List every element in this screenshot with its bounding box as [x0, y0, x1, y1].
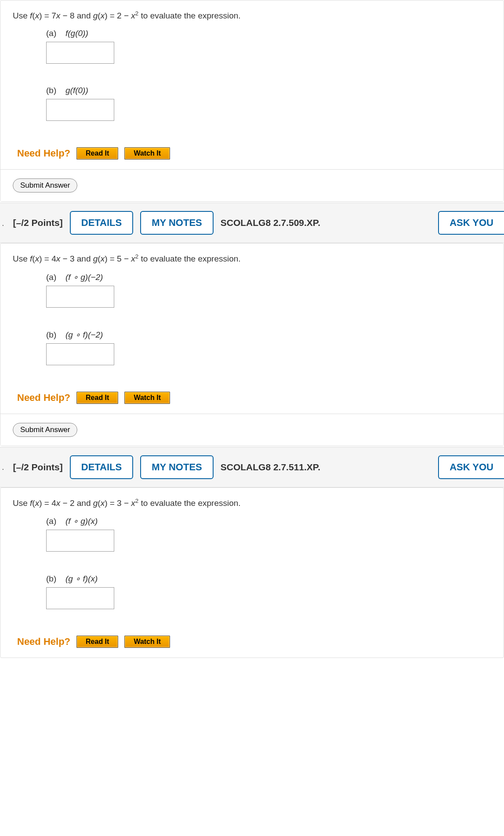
part-label: (b)	[46, 330, 65, 340]
need-help-row: Need Help?Read ItWatch It	[13, 631, 491, 653]
points-label: [–/2 Points]	[13, 218, 63, 228]
answer-input[interactable]	[46, 530, 114, 552]
question-header: .[–/2 Points]DETAILSMY NOTESSCOLALG8 2.7…	[0, 447, 504, 487]
part-expression: f(g(0))	[65, 29, 88, 38]
read-it-button[interactable]: Read It	[76, 147, 118, 160]
question-box: Use f(x) = 4x − 3 and g(x) = 5 − x2 to e…	[0, 243, 504, 446]
question-prompt: Use f(x) = 4x − 3 and g(x) = 5 − x2 to e…	[13, 253, 491, 264]
need-help-label: Need Help?	[17, 636, 70, 647]
points-label: [–/2 Points]	[13, 462, 63, 473]
watch-it-button[interactable]: Watch It	[124, 636, 170, 648]
answer-input[interactable]	[46, 587, 114, 609]
question-prompt: Use f(x) = 7x − 8 and g(x) = 2 − x2 to e…	[13, 10, 491, 21]
answer-input[interactable]	[46, 99, 114, 121]
need-help-row: Need Help?Read ItWatch It	[13, 387, 491, 409]
part-label: (a)	[46, 29, 65, 38]
part-expression: (g ∘ f)(x)	[65, 574, 98, 583]
read-it-button[interactable]: Read It	[76, 636, 118, 648]
need-help-label: Need Help?	[17, 392, 70, 403]
details-button[interactable]: DETAILS	[70, 455, 133, 479]
ask-teacher-button[interactable]: ASK YOU	[438, 455, 504, 479]
question-header: .[–/2 Points]DETAILSMY NOTESSCOLALG8 2.7…	[0, 203, 504, 243]
watch-it-button[interactable]: Watch It	[124, 147, 170, 160]
answer-input[interactable]	[46, 343, 114, 365]
part-expression: (f ∘ g)(−2)	[65, 273, 103, 282]
part-expression: (g ∘ f)(−2)	[65, 330, 103, 339]
question-part: (b)(g ∘ f)(x)	[46, 574, 491, 609]
submit-answer-button[interactable]: Submit Answer	[13, 423, 77, 437]
ask-teacher-button[interactable]: ASK YOU	[438, 211, 504, 235]
question-part: (b)g(f(0))	[46, 86, 491, 121]
submit-row: Submit Answer	[0, 414, 504, 446]
question-reference: SCOLALG8 2.7.509.XP.	[221, 218, 320, 228]
part-label: (a)	[46, 273, 65, 282]
part-label: (b)	[46, 86, 65, 95]
question-box: Use f(x) = 4x − 2 and g(x) = 3 − x2 to e…	[0, 487, 504, 658]
submit-answer-button[interactable]: Submit Answer	[13, 178, 77, 193]
part-label: (a)	[46, 516, 65, 526]
part-expression: g(f(0))	[65, 86, 88, 95]
my-notes-button[interactable]: MY NOTES	[140, 211, 214, 235]
answer-input[interactable]	[46, 42, 114, 64]
part-label: (b)	[46, 574, 65, 584]
read-it-button[interactable]: Read It	[76, 392, 118, 404]
question-part: (a)(f ∘ g)(x)	[46, 516, 491, 552]
question-part: (b)(g ∘ f)(−2)	[46, 330, 491, 365]
bullet-icon: .	[2, 218, 4, 228]
question-reference: SCOLALG8 2.7.511.XP.	[221, 462, 320, 473]
question-part: (a)f(g(0))	[46, 29, 491, 64]
bullet-icon: .	[2, 462, 4, 472]
part-expression: (f ∘ g)(x)	[65, 516, 98, 526]
details-button[interactable]: DETAILS	[70, 211, 133, 235]
need-help-label: Need Help?	[17, 148, 70, 159]
submit-row: Submit Answer	[0, 169, 504, 201]
watch-it-button[interactable]: Watch It	[124, 392, 170, 404]
question-prompt: Use f(x) = 4x − 2 and g(x) = 3 − x2 to e…	[13, 498, 491, 508]
question-part: (a)(f ∘ g)(−2)	[46, 272, 491, 308]
need-help-row: Need Help?Read ItWatch It	[13, 143, 491, 165]
question-box: Use f(x) = 7x − 8 and g(x) = 2 − x2 to e…	[0, 0, 504, 202]
my-notes-button[interactable]: MY NOTES	[140, 455, 214, 479]
answer-input[interactable]	[46, 286, 114, 308]
